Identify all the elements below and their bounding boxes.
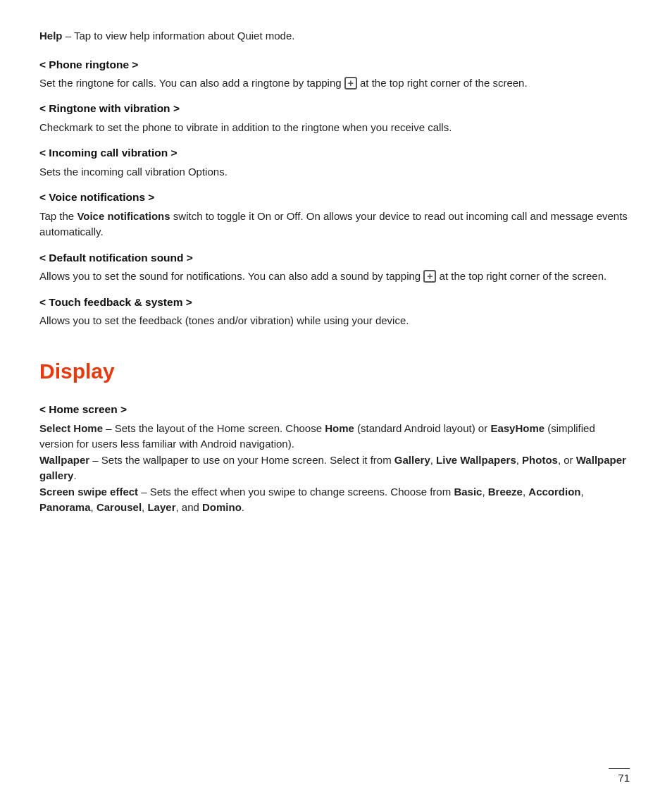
body-incoming-call-vibration: Sets the incoming call vibration Options… bbox=[39, 164, 630, 180]
body-text-2: (standard Android layout) or bbox=[354, 422, 490, 434]
body-text-9: – Sets the effect when you swipe to chan… bbox=[138, 486, 454, 498]
body-text-pre: Allows you to set the sound for notifica… bbox=[39, 270, 423, 282]
section-home-screen: < Home screen > Select Home – Sets the l… bbox=[39, 402, 630, 515]
body-text-post: at the top right corner of the screen. bbox=[436, 270, 606, 282]
carousel-bold: Carousel bbox=[97, 501, 142, 513]
body-text-pre: Tap the bbox=[39, 210, 77, 222]
body-text-12: , bbox=[580, 486, 583, 498]
body-default-notification-sound: Allows you to set the sound for notifica… bbox=[39, 269, 630, 285]
body-phone-ringtone: Set the ringtone for calls. You can also… bbox=[39, 75, 630, 92]
breeze-bold: Breeze bbox=[488, 486, 523, 498]
body-text-4: – Sets the wallpaper to use on your Home… bbox=[89, 454, 394, 466]
section-incoming-call-vibration: < Incoming call vibration > Sets the inc… bbox=[39, 145, 630, 180]
heading-default-notification-sound: < Default notification sound > bbox=[39, 250, 630, 266]
layer-bold: Layer bbox=[147, 501, 175, 513]
gallery-bold: Gallery bbox=[394, 454, 430, 466]
live-wallpapers-bold: Live Wallpapers bbox=[436, 454, 516, 466]
page-number: 71 bbox=[609, 770, 630, 786]
body-text-13: , bbox=[91, 501, 97, 513]
screen-swipe-bold: Screen swipe effect bbox=[39, 486, 138, 498]
home-bold: Home bbox=[325, 422, 354, 434]
page-container: Help – Tap to view help information abou… bbox=[0, 0, 672, 807]
voice-notifications-bold: Voice notifications bbox=[77, 210, 170, 222]
body-text-2: at the top right corner of the screen. bbox=[357, 77, 528, 89]
plus-icon-2: + bbox=[423, 270, 436, 283]
easyhome-bold: EasyHome bbox=[490, 422, 545, 434]
heading-home-screen: < Home screen > bbox=[39, 402, 630, 417]
body-ringtone-vibration: Checkmark to set the phone to vibrate in… bbox=[39, 120, 630, 136]
heading-phone-ringtone: < Phone ringtone > bbox=[39, 57, 630, 73]
heading-ringtone-vibration: < Ringtone with vibration > bbox=[39, 101, 630, 116]
panorama-bold: Panorama bbox=[39, 501, 91, 513]
body-text-16: . bbox=[242, 501, 244, 513]
body-touch-feedback-system: Allows you to set the feedback (tones an… bbox=[39, 313, 630, 329]
body-text-6: , bbox=[516, 454, 522, 466]
wallpaper-bold: Wallpaper bbox=[39, 454, 89, 466]
select-home-bold: Select Home bbox=[39, 422, 103, 434]
body-text-5: , bbox=[430, 454, 436, 466]
display-heading: Display bbox=[39, 356, 630, 387]
basic-bold: Basic bbox=[454, 486, 482, 498]
body-text-10: , bbox=[482, 486, 487, 498]
section-ringtone-vibration: < Ringtone with vibration > Checkmark to… bbox=[39, 101, 630, 135]
section-default-notification-sound: < Default notification sound > Allows yo… bbox=[39, 250, 630, 285]
body-text-7: , or bbox=[558, 454, 576, 466]
help-bold: Help bbox=[39, 30, 63, 42]
body-text-1: – Sets the layout of the Home screen. Ch… bbox=[103, 422, 325, 434]
section-voice-notifications: < Voice notifications > Tap the Voice no… bbox=[39, 190, 630, 240]
heading-touch-feedback-system: < Touch feedback & system > bbox=[39, 295, 630, 310]
body-voice-notifications: Tap the Voice notifications switch to to… bbox=[39, 209, 630, 240]
section-phone-ringtone: < Phone ringtone > Set the ringtone for … bbox=[39, 57, 630, 92]
body-text-15: , and bbox=[175, 501, 202, 513]
domino-bold: Domino bbox=[202, 501, 242, 513]
page-number-line bbox=[609, 768, 630, 769]
body-text-8: . bbox=[73, 469, 76, 481]
heading-incoming-call-vibration: < Incoming call vibration > bbox=[39, 145, 630, 161]
heading-voice-notifications: < Voice notifications > bbox=[39, 190, 630, 205]
photos-bold: Photos bbox=[522, 454, 558, 466]
help-text: – Tap to view help information about Qui… bbox=[63, 30, 295, 42]
body-text: Set the ringtone for calls. You can also… bbox=[39, 77, 344, 89]
plus-icon: + bbox=[344, 77, 357, 90]
accordion-bold: Accordion bbox=[528, 486, 580, 498]
help-section: Help – Tap to view help information abou… bbox=[39, 28, 630, 44]
page-number-area: 71 bbox=[609, 768, 630, 786]
body-home-screen: Select Home – Sets the layout of the Hom… bbox=[39, 421, 630, 516]
section-touch-feedback-system: < Touch feedback & system > Allows you t… bbox=[39, 295, 630, 329]
